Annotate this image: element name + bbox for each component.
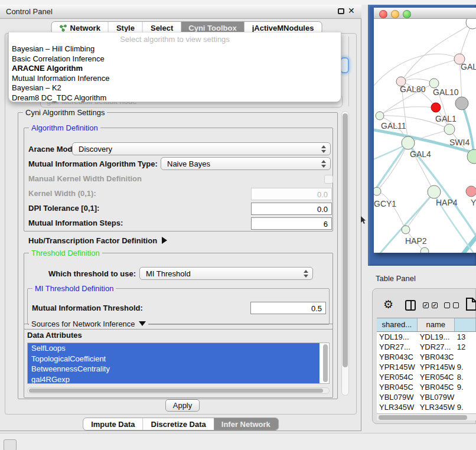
- aracne-mode-value: Discovery: [79, 145, 112, 154]
- attribute-item[interactable]: gal4RGexp: [28, 374, 319, 384]
- mac-close-button[interactable]: [379, 10, 387, 18]
- expanded-arrow-icon: [139, 321, 146, 326]
- algorithm-definition-title: Algorithm Definition: [29, 123, 100, 132]
- tab-discretize-data[interactable]: Discretize Data: [143, 418, 214, 430]
- combo-arrows-icon: [321, 145, 326, 154]
- attribute-item[interactable]: BetweennessCentrality: [28, 364, 319, 374]
- network-node[interactable]: [402, 226, 410, 234]
- mi-steps-field[interactable]: 6: [251, 217, 332, 230]
- network-node[interactable]: [402, 136, 415, 149]
- table-cell: YBR045C: [377, 382, 418, 392]
- table-cell: YDL19...: [418, 332, 455, 342]
- deselect-all-checkbox-icon[interactable]: [453, 302, 459, 308]
- document-icon[interactable]: [465, 297, 476, 311]
- table-row[interactable]: YDR27...YDR27...12: [377, 342, 476, 352]
- table-row[interactable]: YBL079WYBL079W: [377, 392, 476, 402]
- table-row[interactable]: YLR345WYLR345W9.: [377, 402, 476, 412]
- table-cell: YBR043C: [377, 352, 418, 362]
- algorithm-option[interactable]: Bayesian – Hill Climbing: [9, 44, 341, 54]
- network-node[interactable]: [428, 185, 441, 198]
- network-node[interactable]: [376, 112, 384, 120]
- column-header[interactable]: shared...: [377, 318, 418, 331]
- combo-arrows-icon: [304, 270, 308, 278]
- network-canvas[interactable]: GALGAL80GAL10GAL1GAL11SWI4GAL4GCY1HAP4YH…: [374, 19, 476, 253]
- kernel-width-field[interactable]: 0.0: [251, 188, 332, 200]
- network-node[interactable]: [431, 103, 441, 112]
- panel-mini-button[interactable]: [4, 439, 17, 450]
- algorithm-option[interactable]: Mutual Information Inference: [9, 74, 341, 84]
- deselect-all-checkbox-icon[interactable]: [444, 302, 450, 308]
- network-node[interactable]: [429, 79, 439, 88]
- table-cell: YDL19...: [377, 332, 418, 342]
- table-cell: 9.: [455, 402, 476, 412]
- which-threshold-select[interactable]: MI Threshold: [139, 267, 313, 280]
- table-row[interactable]: YBR043CYBR043C: [377, 352, 476, 362]
- mi-threshold-field[interactable]: 0.5: [250, 302, 326, 314]
- network-node[interactable]: [420, 247, 429, 253]
- algorithm-option[interactable]: Dream8 DC_TDC Algorithm: [9, 93, 341, 103]
- algorithm-option[interactable]: Bayesian – K2: [9, 83, 341, 93]
- network-node-label: GAL80: [400, 84, 426, 94]
- columns-icon[interactable]: [405, 300, 416, 311]
- network-node[interactable]: [466, 186, 476, 197]
- table-cell: 9.: [455, 382, 476, 392]
- mi-steps-label: Mutual Information Steps:: [28, 219, 123, 227]
- mi-threshold-group-title: MI Threshold Definition: [32, 284, 116, 293]
- network-window-titlebar[interactable]: [374, 8, 476, 19]
- which-threshold-value: MI Threshold: [146, 269, 191, 278]
- apply-button[interactable]: Apply: [165, 399, 200, 412]
- settings-vertical-scrollbar[interactable]: [341, 111, 349, 396]
- network-node-label: GAL10: [433, 87, 459, 97]
- table-cell: YLR345W: [418, 402, 455, 412]
- tab-label: Network: [70, 24, 100, 32]
- tab-impute-data[interactable]: Impute Data: [83, 418, 142, 430]
- tab-label: jActiveMNodules: [252, 24, 314, 32]
- select-all-checkbox-icon[interactable]: ✓: [423, 302, 429, 308]
- algorithm-option[interactable]: ARACNE Algorithm: [9, 64, 341, 74]
- network-node-label: HAP4: [436, 198, 458, 207]
- network-node[interactable]: [466, 19, 476, 29]
- mac-minimize-button[interactable]: [391, 10, 399, 18]
- hub-definition-toggle[interactable]: Hub/Transcription Factor Definition: [28, 236, 167, 245]
- attribute-item[interactable]: TopologicalCoefficient: [28, 354, 319, 364]
- algorithm-option[interactable]: Basic Correlation Inference: [9, 54, 341, 64]
- table-row[interactable]: YER054CYER054C8.: [377, 372, 476, 382]
- tab-label: Discretize Data: [151, 420, 206, 429]
- network-node-label: GAL: [461, 62, 476, 71]
- table-panel-title: Table Panel: [376, 274, 416, 283]
- mi-algo-type-select[interactable]: Naive Bayes: [161, 157, 331, 170]
- tab-label: Style: [116, 24, 135, 32]
- attribute-item[interactable]: SelfLoops: [28, 343, 319, 354]
- select-all-checkbox-icon[interactable]: ✓: [432, 302, 438, 308]
- manual-kernel-width-label: Manual Kernel Width Definition: [28, 174, 142, 183]
- float-window-icon[interactable]: [338, 8, 344, 14]
- gear-icon[interactable]: ⚙: [383, 298, 393, 311]
- table-cell: YBL079W: [418, 392, 455, 402]
- table-cell: 9.: [455, 362, 476, 372]
- network-edge: [406, 192, 434, 230]
- table-row[interactable]: YPR145WYPR145W9.: [377, 362, 476, 372]
- cyni-algorithm-settings-title: Cyni Algorithm Settings: [23, 108, 107, 117]
- table-row[interactable]: YBR045CYBR045C9.: [377, 382, 476, 392]
- data-attributes-list[interactable]: SelfLoopsTopologicalCoefficientBetweenne…: [27, 343, 330, 384]
- network-node[interactable]: [455, 97, 468, 110]
- column-header[interactable]: [455, 318, 476, 331]
- close-icon[interactable]: ✕: [348, 6, 355, 15]
- table-horizontal-scrollbar[interactable]: [377, 413, 476, 420]
- aracne-mode-select[interactable]: Discovery: [72, 142, 331, 155]
- column-header[interactable]: name: [418, 318, 455, 331]
- attributes-vertical-scrollbar[interactable]: [322, 344, 328, 383]
- table-cell: YPR145W: [418, 362, 455, 372]
- sources-title-label: Sources for Network Inference: [31, 319, 135, 328]
- sources-group-title[interactable]: Sources for Network Inference: [29, 319, 148, 328]
- attributes-horizontal-scrollbar[interactable]: [27, 387, 330, 394]
- table-row[interactable]: YDL19...YDL19...13: [377, 332, 476, 342]
- network-node[interactable]: [444, 124, 455, 135]
- manual-kernel-width-checkbox[interactable]: [324, 175, 333, 184]
- tab-infer-network[interactable]: Infer Network: [214, 418, 278, 430]
- algorithm-combo-focus-fragment[interactable]: [340, 57, 349, 73]
- dpi-tolerance-field[interactable]: 0.0: [251, 203, 332, 215]
- network-node-label: GCY1: [374, 199, 396, 208]
- network-node[interactable]: [374, 187, 381, 195]
- mac-zoom-button[interactable]: [403, 10, 411, 18]
